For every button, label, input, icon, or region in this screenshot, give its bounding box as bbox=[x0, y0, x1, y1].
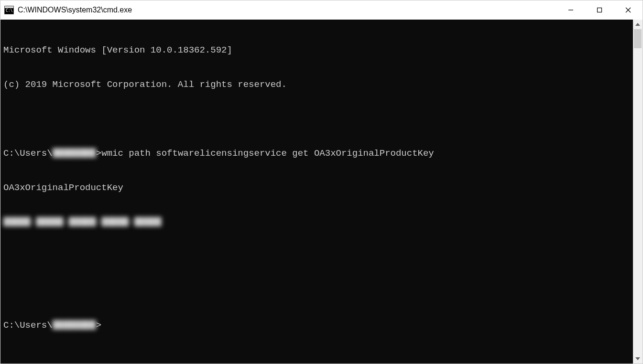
svg-text:C:\: C:\ bbox=[6, 9, 13, 13]
scroll-thumb[interactable] bbox=[634, 29, 642, 48]
version-line: Microsoft Windows [Version 10.0.18362.59… bbox=[3, 44, 630, 56]
minimize-icon bbox=[568, 7, 574, 13]
close-icon bbox=[625, 7, 631, 13]
output-header: OA3xOriginalProductKey bbox=[3, 182, 630, 193]
window-title: C:\WINDOWS\system32\cmd.exe bbox=[18, 6, 556, 14]
product-key-line: █████-█████-█████-█████-█████ bbox=[3, 216, 630, 228]
svg-rect-4 bbox=[598, 8, 602, 12]
maximize-button[interactable] bbox=[585, 0, 614, 20]
copyright-line: (c) 2019 Microsoft Corporation. All righ… bbox=[3, 79, 630, 90]
blank-line bbox=[3, 251, 630, 262]
titlebar[interactable]: C:\ C:\WINDOWS\system32\cmd.exe bbox=[0, 0, 643, 20]
svg-rect-1 bbox=[5, 6, 13, 8]
scroll-track[interactable] bbox=[633, 29, 643, 354]
prompt-suffix: > bbox=[96, 320, 101, 331]
blank-line bbox=[3, 113, 630, 125]
prompt-line-2: C:\Users\████████> bbox=[3, 320, 630, 331]
product-key-redacted: █████-█████-█████-█████-█████ bbox=[3, 216, 162, 228]
chevron-up-icon bbox=[635, 23, 640, 26]
username-redacted: ████████ bbox=[53, 320, 96, 331]
close-button[interactable] bbox=[614, 0, 643, 20]
prompt-suffix: > bbox=[96, 148, 101, 159]
content-wrap: Microsoft Windows [Version 10.0.18362.59… bbox=[0, 20, 643, 364]
maximize-icon bbox=[597, 7, 602, 13]
prompt-prefix: C:\Users\ bbox=[3, 148, 53, 159]
prompt-prefix: C:\Users\ bbox=[3, 320, 53, 331]
username-redacted: ████████ bbox=[53, 148, 96, 159]
command-text: wmic path softwarelicensingservice get O… bbox=[101, 148, 434, 159]
chevron-down-icon bbox=[635, 357, 640, 360]
vertical-scrollbar[interactable] bbox=[633, 20, 643, 364]
blank-line bbox=[3, 285, 630, 297]
minimize-button[interactable] bbox=[556, 0, 585, 20]
window-controls bbox=[556, 0, 643, 20]
scroll-up-arrow[interactable] bbox=[633, 20, 643, 29]
prompt-line-1: C:\Users\████████>wmic path softwarelice… bbox=[3, 148, 630, 159]
cmd-icon: C:\ bbox=[4, 6, 14, 14]
scroll-down-arrow[interactable] bbox=[633, 354, 643, 364]
terminal-output[interactable]: Microsoft Windows [Version 10.0.18362.59… bbox=[0, 20, 633, 364]
cmd-window: C:\ C:\WINDOWS\system32\cmd.exe bbox=[0, 0, 643, 364]
